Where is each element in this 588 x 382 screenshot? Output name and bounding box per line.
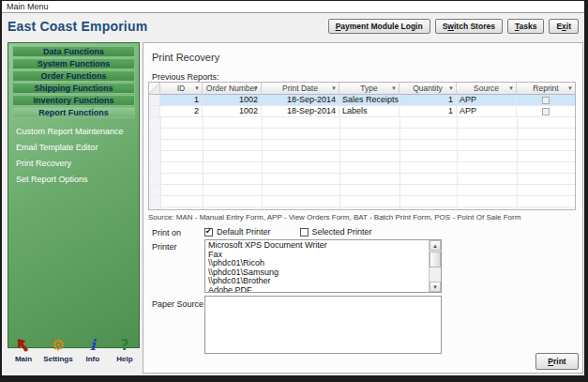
sidebar-item-email-template-editor[interactable]: Email Template Editor bbox=[8, 140, 139, 156]
btn-text: it bbox=[566, 22, 571, 31]
scroll-down-icon[interactable]: ▼ bbox=[430, 282, 441, 292]
scrollbar-thumb[interactable] bbox=[430, 252, 441, 267]
filter-arrow-icon[interactable]: ▼ bbox=[448, 85, 454, 91]
column-header-reprint[interactable]: Reprint▼ bbox=[517, 83, 575, 95]
default-printer-label: Default Printer bbox=[217, 227, 271, 237]
sidebar-section-shipping-functions[interactable]: Shipping Functions bbox=[12, 83, 135, 94]
sidebar-section-inventory-functions[interactable]: Inventory Functions bbox=[12, 95, 135, 106]
footer-toolbar: Main ⚙ Settings i Info ? Help bbox=[4, 337, 144, 373]
filter-arrow-icon[interactable]: ▼ bbox=[508, 85, 514, 91]
sidebar-item-print-recovery[interactable]: Print Recovery bbox=[8, 156, 139, 172]
printer-option[interactable]: Microsoft XPS Document Writer bbox=[205, 241, 441, 251]
cell-reprint bbox=[517, 106, 575, 117]
selected-printer-label: Selected Printer bbox=[312, 227, 372, 237]
printer-option[interactable]: Adobe PDF bbox=[205, 286, 441, 293]
column-header-id[interactable]: ID▼ bbox=[160, 83, 203, 95]
main-menu-window: Main Menu East Coast Emporium Payment Mo… bbox=[0, 0, 588, 382]
cell-source: APP bbox=[457, 95, 517, 106]
sidebar: Data Functions System Functions Order Fu… bbox=[8, 42, 140, 348]
checkbox-checked-icon[interactable] bbox=[204, 228, 213, 237]
selected-printer-checkbox[interactable]: Selected Printer bbox=[300, 227, 372, 237]
btn-text: asks bbox=[519, 22, 536, 31]
column-header-order-number[interactable]: Order Number▼ bbox=[203, 83, 262, 95]
info-icon: i bbox=[81, 337, 105, 354]
filter-arrow-icon[interactable]: ▼ bbox=[331, 85, 337, 91]
printer-listbox[interactable]: Microsoft XPS Document Writer Fax \\phdc… bbox=[204, 239, 442, 293]
paper-source-label: Paper Source bbox=[152, 299, 204, 309]
column-label: ID bbox=[177, 84, 186, 93]
column-header-print-date[interactable]: Print Date▼ bbox=[262, 83, 339, 95]
row-selector-cell[interactable] bbox=[149, 106, 160, 117]
default-printer-checkbox[interactable]: Default Printer bbox=[204, 227, 271, 237]
main-button[interactable]: Main bbox=[11, 337, 36, 373]
sidebar-item-custom-report-maintenance[interactable]: Custom Report Maintenance bbox=[8, 124, 139, 140]
tasks-button[interactable]: Tasks bbox=[507, 19, 544, 34]
column-label: Quantity bbox=[413, 84, 443, 93]
cell-id: 1 bbox=[160, 95, 203, 106]
filter-arrow-icon[interactable]: ▼ bbox=[253, 85, 259, 91]
window-titlebar[interactable]: Main Menu bbox=[2, 1, 584, 13]
cell-print-date: 18-Sep-2014 bbox=[262, 106, 339, 117]
cell-order-number: 1002 bbox=[203, 106, 262, 117]
settings-label: Settings bbox=[43, 355, 73, 363]
column-header-source[interactable]: Source▼ bbox=[457, 83, 517, 95]
column-header-type[interactable]: Type▼ bbox=[339, 83, 400, 95]
grid-row-1[interactable]: 1 1002 18-Sep-2014 Sales Receipts 1 APP bbox=[149, 95, 575, 106]
filter-arrow-icon[interactable]: ▼ bbox=[391, 85, 397, 91]
info-button[interactable]: i Info bbox=[81, 337, 105, 373]
help-button[interactable]: ? Help bbox=[113, 337, 137, 373]
row-selector-cell[interactable] bbox=[149, 95, 160, 106]
help-icon: ? bbox=[113, 337, 137, 354]
info-label: Info bbox=[81, 355, 105, 363]
paper-source-listbox[interactable] bbox=[204, 296, 442, 354]
sidebar-section-data-functions[interactable]: Data Functions bbox=[12, 46, 135, 57]
window-title: Main Menu bbox=[7, 2, 49, 11]
print-on-label: Print on bbox=[152, 228, 181, 237]
checkbox-unchecked-icon[interactable] bbox=[300, 228, 309, 237]
btn-text: itch Stores bbox=[454, 22, 495, 31]
reprint-checkbox[interactable] bbox=[542, 97, 550, 104]
column-label: Source bbox=[474, 84, 499, 93]
column-label: Order Number bbox=[206, 84, 257, 93]
cell-type: Labels bbox=[339, 106, 400, 117]
printer-label: Printer bbox=[152, 242, 177, 252]
sidebar-section-order-functions[interactable]: Order Functions bbox=[12, 70, 135, 82]
scroll-up-icon[interactable]: ▲ bbox=[430, 240, 441, 251]
exit-button[interactable]: Exit bbox=[549, 19, 579, 34]
help-label: Help bbox=[113, 355, 137, 363]
filter-arrow-icon[interactable]: ▼ bbox=[194, 85, 200, 91]
sidebar-section-report-functions[interactable]: Report Functions bbox=[12, 107, 135, 118]
settings-button[interactable]: ⚙ Settings bbox=[43, 337, 73, 373]
printer-scrollbar[interactable]: ▲ ▼ bbox=[429, 240, 441, 292]
column-header-quantity[interactable]: Quantity▼ bbox=[400, 83, 457, 95]
cell-source: APP bbox=[457, 106, 517, 117]
cell-id: 2 bbox=[160, 106, 203, 117]
grid-header-row: ID▼ Order Number▼ Print Date▼ Type▼ Quan… bbox=[149, 83, 575, 95]
sidebar-section-system-functions[interactable]: System Functions bbox=[12, 58, 135, 69]
cell-quantity: 1 bbox=[400, 95, 457, 106]
filter-arrow-icon[interactable]: ▼ bbox=[567, 85, 573, 91]
cell-print-date: 18-Sep-2014 bbox=[262, 95, 339, 106]
cell-quantity: 1 bbox=[400, 106, 457, 117]
sidebar-submenu: Custom Report Maintenance Email Template… bbox=[8, 124, 139, 188]
grid-empty-rows bbox=[149, 117, 575, 209]
page-title: Print Recovery bbox=[152, 52, 219, 63]
sidebar-item-set-report-options[interactable]: Set Report Options bbox=[8, 172, 139, 188]
grid-row-2[interactable]: 2 1002 18-Sep-2014 Labels 1 APP bbox=[149, 106, 575, 117]
gear-icon: ⚙ bbox=[43, 337, 73, 354]
switch-stores-button[interactable]: Switch Stores bbox=[435, 19, 503, 34]
btn-accel: w bbox=[447, 22, 454, 31]
btn-text: rint bbox=[553, 357, 566, 366]
print-button[interactable]: Print bbox=[535, 353, 579, 370]
main-label: Main bbox=[11, 355, 36, 363]
grid-corner-cell[interactable] bbox=[149, 83, 160, 95]
column-label: Reprint bbox=[533, 84, 558, 93]
cell-reprint bbox=[517, 95, 575, 106]
reprint-checkbox[interactable] bbox=[542, 108, 550, 115]
previous-reports-grid: ID▼ Order Number▼ Print Date▼ Type▼ Quan… bbox=[148, 82, 576, 210]
header-buttons: Payment Module Login Switch Stores Tasks… bbox=[328, 19, 579, 34]
payment-module-login-button[interactable]: Payment Module Login bbox=[328, 19, 430, 34]
source-legend: Source: MAN - Manual Entry Form, APP - V… bbox=[148, 213, 520, 222]
column-label: Print Date bbox=[282, 84, 318, 93]
column-label: Type bbox=[360, 84, 377, 93]
